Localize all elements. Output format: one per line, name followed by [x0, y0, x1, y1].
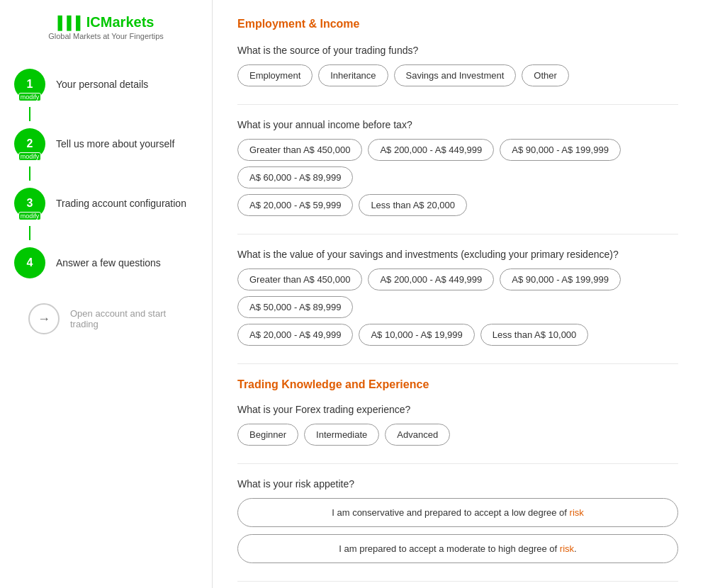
divider-4 — [237, 463, 678, 464]
logo: ▌▌▌ICMarkets Global Markets at Your Fing… — [48, 14, 164, 40]
step-4-circle: 4 — [14, 247, 45, 278]
question-2-options-row2: A$ 20,000 - A$ 59,999 Less than A$ 20,00… — [237, 194, 678, 216]
section2-title: Trading Knowledge and Experience — [237, 378, 678, 391]
step-1-modify: modify — [18, 93, 42, 101]
q1-option-inheritance[interactable]: Inheritance — [318, 64, 388, 86]
question-1: What is the source of your trading funds… — [237, 45, 678, 86]
step-1-label: Your personal details — [56, 79, 148, 90]
q3-option-10-19k[interactable]: A$ 10,000 - A$ 19,999 — [359, 324, 474, 346]
step-3-circle: 3 modify — [14, 188, 45, 219]
step-connector-2 — [29, 166, 30, 181]
step-2: 2 modify Tell us more about yourself — [14, 121, 198, 181]
step-3-modify: modify — [18, 212, 42, 220]
step-1-number: 1 — [27, 78, 33, 91]
divider-2 — [237, 234, 678, 234]
q3-option-50-89k[interactable]: A$ 50,000 - A$ 89,999 — [237, 296, 353, 318]
section1-title: Employment & Income — [237, 18, 678, 30]
question-4-options: Beginner Intermediate Advanced — [237, 424, 678, 446]
open-account-row[interactable]: → Open account and start trading — [14, 293, 198, 345]
question-3-options-row2: A$ 20,000 - A$ 49,999 A$ 10,000 - A$ 19,… — [237, 324, 678, 346]
step-2-label: Tell us more about yourself — [56, 138, 174, 149]
q5-option-moderate[interactable]: I am prepared to accept a moderate to hi… — [237, 534, 678, 563]
q3-option-90-199k[interactable]: A$ 90,000 - A$ 199,999 — [500, 268, 621, 290]
q3-option-200-449k[interactable]: A$ 200,000 - A$ 449,999 — [368, 268, 494, 290]
main-content: Employment & Income What is the source o… — [213, 0, 703, 588]
open-account-arrow-icon: → — [28, 303, 60, 334]
step-3: 3 modify Trading account configuration — [14, 181, 198, 240]
question-3: What is the value of your savings and in… — [237, 249, 678, 346]
question-3-options-row1: Greater than A$ 450,000 A$ 200,000 - A$ … — [237, 268, 678, 318]
q3-option-20-49k[interactable]: A$ 20,000 - A$ 49,999 — [237, 324, 353, 346]
q4-option-beginner[interactable]: Beginner — [237, 424, 298, 446]
q4-option-intermediate[interactable]: Intermediate — [304, 424, 379, 446]
step-3-row[interactable]: 3 modify Trading account configuration — [14, 181, 186, 226]
divider-3 — [237, 363, 678, 364]
question-2-options-row1: Greater than A$ 450,000 A$ 200,000 - A$ … — [237, 139, 678, 188]
question-5-text: What is your risk appetite? — [237, 478, 678, 490]
q5-option-conservative[interactable]: I am conservative and prepared to accept… — [237, 498, 678, 527]
step-4-number: 4 — [27, 256, 33, 269]
q2-option-60-89k[interactable]: A$ 60,000 - A$ 89,999 — [237, 166, 353, 188]
brand-name: ▌▌▌ICMarkets — [48, 14, 164, 30]
q1-option-savings[interactable]: Savings and Investment — [394, 64, 517, 86]
step-1: 1 modify Your personal details — [14, 62, 198, 121]
step-connector-3 — [29, 226, 30, 240]
question-1-options: Employment Inheritance Savings and Inves… — [237, 64, 678, 86]
step-1-row[interactable]: 1 modify Your personal details — [14, 62, 148, 107]
step-4-label: Answer a few questions — [56, 257, 161, 268]
step-2-number: 2 — [27, 137, 33, 150]
q1-option-other[interactable]: Other — [522, 64, 569, 86]
q1-option-employment[interactable]: Employment — [237, 64, 313, 86]
question-5: What is your risk appetite? I am conserv… — [237, 478, 678, 563]
question-2-text: What is your annual income before tax? — [237, 119, 678, 130]
q2-option-gt450k[interactable]: Greater than A$ 450,000 — [237, 139, 362, 161]
question-2: What is your annual income before tax? G… — [237, 119, 678, 216]
step-connector-1 — [29, 107, 30, 121]
q3-option-gt450k[interactable]: Greater than A$ 450,000 — [237, 268, 362, 290]
brand-suffix: Markets — [101, 14, 154, 30]
q2-option-lt20k[interactable]: Less than A$ 20,000 — [359, 194, 467, 216]
q3-option-lt10k[interactable]: Less than A$ 10,000 — [480, 324, 589, 346]
bars-icon: ▌▌▌ — [58, 16, 85, 30]
step-3-number: 3 — [27, 197, 33, 210]
step-2-row[interactable]: 2 modify Tell us more about yourself — [14, 121, 174, 166]
question-1-text: What is the source of your trading funds… — [237, 45, 678, 56]
q2-option-90-199k[interactable]: A$ 90,000 - A$ 199,999 — [500, 139, 621, 161]
question-5-options: I am conservative and prepared to accept… — [237, 498, 678, 563]
q2-option-20-59k[interactable]: A$ 20,000 - A$ 59,999 — [237, 194, 353, 216]
step-2-circle: 2 modify — [14, 128, 45, 159]
question-4-text: What is your Forex trading experience? — [237, 404, 678, 415]
step-4: 4 Answer a few questions — [14, 240, 198, 285]
sidebar: ▌▌▌ICMarkets Global Markets at Your Fing… — [0, 0, 213, 588]
question-4: What is your Forex trading experience? B… — [237, 404, 678, 446]
q2-option-200-449k[interactable]: A$ 200,000 - A$ 449,999 — [368, 139, 494, 161]
divider-5 — [237, 581, 678, 582]
open-account-label: Open account and start trading — [70, 308, 184, 329]
q4-option-advanced[interactable]: Advanced — [385, 424, 450, 446]
step-1-circle: 1 modify — [14, 69, 45, 100]
brand-tagline: Global Markets at Your Fingertips — [48, 32, 164, 40]
steps-list: 1 modify Your personal details 2 modify … — [0, 62, 212, 345]
question-3-text: What is the value of your savings and in… — [237, 249, 678, 260]
step-2-modify: modify — [18, 152, 42, 161]
step-3-label: Trading account configuration — [56, 198, 186, 209]
divider-1 — [237, 104, 678, 105]
step-4-row[interactable]: 4 Answer a few questions — [14, 240, 161, 285]
brand-prefix: IC — [86, 14, 101, 30]
